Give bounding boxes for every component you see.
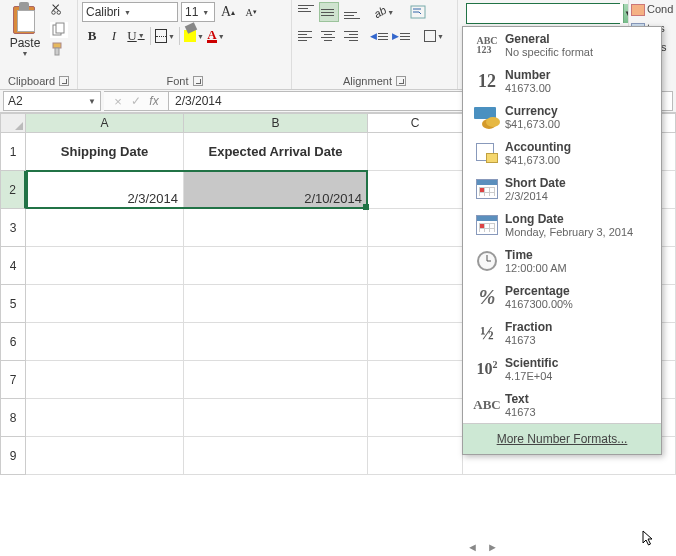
cell[interactable]: [368, 399, 463, 437]
align-right-button[interactable]: [340, 26, 360, 46]
italic-button[interactable]: I: [104, 26, 124, 46]
cancel-button: ×: [110, 94, 126, 109]
copy-button[interactable]: [50, 22, 68, 38]
calendar-icon: [469, 179, 505, 199]
format-fraction[interactable]: ½ Fraction41673: [463, 315, 661, 351]
font-size-combo[interactable]: 11▼: [181, 2, 215, 22]
cell[interactable]: [26, 399, 184, 437]
format-scientific[interactable]: 102 Scientific4.17E+04: [463, 351, 661, 387]
format-long-date[interactable]: Long DateMonday, February 3, 2014: [463, 207, 661, 243]
cell[interactable]: [184, 437, 368, 475]
cell[interactable]: [26, 323, 184, 361]
alignment-launcher[interactable]: [396, 76, 406, 86]
sheet-nav-next[interactable]: ►: [487, 541, 498, 553]
cell[interactable]: [26, 285, 184, 323]
cell-b1[interactable]: Expected Arrival Date: [184, 133, 368, 171]
align-bottom-button[interactable]: [342, 2, 362, 22]
format-number[interactable]: 12 Number41673.00: [463, 63, 661, 99]
borders-button[interactable]: ▼: [155, 26, 175, 46]
cell-b2[interactable]: 2/10/2014: [184, 171, 368, 209]
number-format-input[interactable]: [467, 4, 623, 23]
row-header-4[interactable]: 4: [0, 247, 26, 285]
shrink-font-button[interactable]: A▾: [241, 2, 261, 22]
cell[interactable]: [368, 247, 463, 285]
row-header-9[interactable]: 9: [0, 437, 26, 475]
cell[interactable]: [368, 361, 463, 399]
conditional-formatting-button[interactable]: Condition: [631, 3, 674, 16]
chevron-down-icon: ▼: [88, 97, 96, 106]
paste-label: Paste: [10, 36, 41, 50]
cell[interactable]: [184, 285, 368, 323]
increase-indent-button[interactable]: ▶: [392, 26, 412, 46]
row-header-1[interactable]: 1: [0, 133, 26, 171]
cell[interactable]: [184, 361, 368, 399]
cut-button[interactable]: [50, 2, 68, 19]
row-header-6[interactable]: 6: [0, 323, 26, 361]
font-color-button[interactable]: A▼: [206, 26, 226, 46]
format-title: Percentage: [505, 284, 653, 298]
wrap-text-button[interactable]: [408, 2, 428, 22]
cell[interactable]: [368, 323, 463, 361]
format-title: Accounting: [505, 140, 653, 154]
cell[interactable]: [368, 437, 463, 475]
select-all-corner[interactable]: [0, 113, 26, 133]
format-currency[interactable]: Currency$41,673.00: [463, 99, 661, 135]
format-percentage[interactable]: % Percentage4167300.00%: [463, 279, 661, 315]
currency-icon: [469, 107, 505, 127]
col-header-b[interactable]: B: [184, 113, 368, 133]
row-header-5[interactable]: 5: [0, 285, 26, 323]
cell-a1[interactable]: Shipping Date: [26, 133, 184, 171]
paste-button[interactable]: Paste ▼: [4, 2, 46, 57]
fill-color-button[interactable]: ▼: [184, 26, 204, 46]
format-text[interactable]: ABC Text41673: [463, 387, 661, 423]
cell[interactable]: [26, 361, 184, 399]
bold-button[interactable]: B: [82, 26, 102, 46]
cell[interactable]: [26, 247, 184, 285]
clipboard-launcher[interactable]: [59, 76, 69, 86]
number-format-combo[interactable]: ▼: [466, 3, 620, 24]
row-header-7[interactable]: 7: [0, 361, 26, 399]
format-general[interactable]: ABC123 GeneralNo specific format: [463, 27, 661, 63]
cell-c2[interactable]: [368, 171, 463, 209]
row-header-8[interactable]: 8: [0, 399, 26, 437]
merge-center-button[interactable]: ▼: [424, 26, 444, 46]
underline-button[interactable]: U▼: [126, 26, 146, 46]
insert-function-button[interactable]: fx: [146, 94, 162, 108]
cell[interactable]: [26, 437, 184, 475]
cell[interactable]: [26, 209, 184, 247]
orientation-button[interactable]: ab▼: [374, 2, 394, 22]
chevron-down-icon: ▼: [22, 50, 29, 57]
decrease-indent-button[interactable]: ◀: [370, 26, 390, 46]
border-icon: [155, 29, 167, 43]
cell[interactable]: [184, 323, 368, 361]
cell[interactable]: [184, 399, 368, 437]
format-sample: Monday, February 3, 2014: [505, 226, 653, 238]
more-number-formats[interactable]: More Number Formats...: [463, 423, 661, 454]
align-center-button[interactable]: [318, 26, 338, 46]
cell[interactable]: [368, 209, 463, 247]
cell-c1[interactable]: [368, 133, 463, 171]
name-box[interactable]: A2▼: [3, 91, 101, 111]
cell-a2[interactable]: 2/3/2014: [26, 171, 184, 209]
format-painter-button[interactable]: [50, 41, 68, 60]
cell[interactable]: [184, 247, 368, 285]
row-header-2[interactable]: 2: [0, 171, 26, 209]
row-header-3[interactable]: 3: [0, 209, 26, 247]
cell[interactable]: [368, 285, 463, 323]
font-name-combo[interactable]: Calibri▼: [82, 2, 178, 22]
format-time[interactable]: Time12:00:00 AM: [463, 243, 661, 279]
align-left-button[interactable]: [296, 26, 316, 46]
grow-font-button[interactable]: A▴: [218, 2, 238, 22]
arrow-right-icon: ▶: [392, 31, 399, 41]
align-top-button[interactable]: [296, 2, 316, 22]
col-header-a[interactable]: A: [26, 113, 184, 133]
format-short-date[interactable]: Short Date2/3/2014: [463, 171, 661, 207]
format-sample: 41673: [505, 406, 653, 418]
sheet-nav-prev[interactable]: ◄: [467, 541, 478, 553]
arrow-left-icon: ◀: [370, 31, 377, 41]
align-middle-button[interactable]: [319, 2, 339, 22]
cell[interactable]: [184, 209, 368, 247]
col-header-c[interactable]: C: [368, 113, 463, 133]
font-launcher[interactable]: [193, 76, 203, 86]
format-accounting[interactable]: Accounting$41,673.00: [463, 135, 661, 171]
